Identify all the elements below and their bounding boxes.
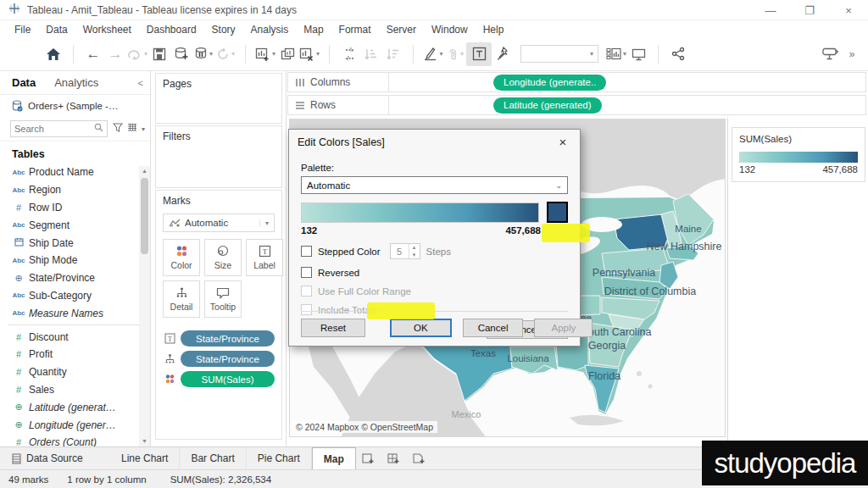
- field-longitude[interactable]: ⊕Longitude (gener…: [0, 416, 150, 434]
- tab-bar-chart[interactable]: Bar Chart: [180, 447, 246, 469]
- toolbar-overflow-icon[interactable]: »: [841, 42, 863, 66]
- fit-selector[interactable]: ▾: [520, 45, 598, 63]
- spin-up-icon[interactable]: ▲: [409, 244, 420, 252]
- datasource-item[interactable]: Orders+ (Sample -…: [0, 95, 150, 117]
- menu-story[interactable]: Story: [204, 24, 243, 36]
- menu-map[interactable]: Map: [296, 24, 331, 36]
- field-segment[interactable]: AbcSegment: [0, 216, 150, 234]
- field-discount[interactable]: #Discount: [0, 328, 150, 346]
- field-state-province[interactable]: ⊕State/Province: [0, 269, 150, 287]
- group-members-icon[interactable]: ▾: [444, 42, 466, 66]
- stepped-color-checkbox[interactable]: [301, 246, 312, 257]
- menu-worksheet[interactable]: Worksheet: [75, 24, 139, 36]
- field-ship-mode[interactable]: AbcShip Mode: [0, 252, 150, 269]
- field-orders-count[interactable]: #Orders (Count): [0, 434, 150, 446]
- close-button[interactable]: ×: [829, 0, 868, 20]
- reversed-checkbox[interactable]: [301, 267, 312, 278]
- menu-data[interactable]: Data: [38, 24, 75, 36]
- tab-map[interactable]: Map: [312, 447, 356, 469]
- tab-line-chart[interactable]: Line Chart: [110, 447, 180, 469]
- minimize-button[interactable]: —: [751, 0, 790, 20]
- show-mark-labels-icon[interactable]: [466, 42, 492, 66]
- steps-spinner[interactable]: 5 ▲▼: [390, 243, 420, 259]
- color-legend-card[interactable]: SUM(Sales) 132 457,688: [732, 127, 865, 182]
- save-icon[interactable]: [148, 42, 170, 66]
- menu-server[interactable]: Server: [379, 24, 424, 36]
- sort-ascending-icon[interactable]: [360, 42, 382, 66]
- fix-axes-pin-icon[interactable]: [492, 42, 514, 66]
- duplicate-sheet-icon[interactable]: [276, 42, 298, 66]
- menu-dashboard[interactable]: Dashboard: [139, 24, 204, 36]
- clear-sheet-icon[interactable]: ▾: [298, 42, 320, 66]
- mark-type-dropdown[interactable]: Automatic ▾: [163, 214, 275, 232]
- new-story-tab-icon[interactable]: [407, 447, 432, 469]
- back-icon[interactable]: ←: [82, 42, 104, 66]
- detail-button[interactable]: Detail: [163, 280, 200, 318]
- tab-data[interactable]: Data: [12, 76, 36, 89]
- pill-state-province-label[interactable]: State/Province: [181, 330, 275, 347]
- forward-icon[interactable]: →: [104, 42, 126, 66]
- show-hide-cards-icon[interactable]: ▾: [605, 42, 627, 66]
- view-options-icon[interactable]: [127, 123, 137, 135]
- filters-shelf[interactable]: Filters: [155, 125, 282, 188]
- color-button[interactable]: Color: [163, 239, 200, 276]
- refresh-icon[interactable]: ▾: [214, 42, 236, 66]
- pill-latitude[interactable]: Latitude (generated): [493, 97, 602, 114]
- scroll-down-icon[interactable]: ▼: [139, 436, 150, 446]
- swap-rows-columns-icon[interactable]: [338, 42, 360, 66]
- data-source-tab[interactable]: Data Source: [0, 447, 110, 469]
- field-product-name[interactable]: AbcProduct Name: [0, 164, 150, 181]
- ok-button[interactable]: OK: [390, 319, 452, 337]
- menu-format[interactable]: Format: [331, 24, 379, 36]
- menu-window[interactable]: Window: [424, 24, 476, 36]
- pill-longitude[interactable]: Longitude (generate..: [493, 75, 606, 91]
- menu-help[interactable]: Help: [476, 24, 512, 36]
- end-color-swatch[interactable]: [547, 202, 568, 223]
- tab-pie-chart[interactable]: Pie Chart: [247, 447, 312, 469]
- new-dashboard-tab-icon[interactable]: [381, 447, 407, 469]
- new-datasource-icon[interactable]: [170, 42, 192, 66]
- share-icon[interactable]: [667, 42, 689, 66]
- cancel-button[interactable]: Cancel: [463, 319, 524, 337]
- pages-shelf[interactable]: Pages: [155, 73, 282, 124]
- pill-sum-sales[interactable]: SUM(Sales): [181, 371, 275, 387]
- show-me-icon[interactable]: [819, 42, 841, 66]
- field-row-id[interactable]: #Row ID: [0, 199, 150, 217]
- highlight-pen-icon[interactable]: ▾: [422, 42, 444, 66]
- scrollbar-thumb[interactable]: [141, 178, 148, 254]
- home-icon[interactable]: [42, 42, 64, 66]
- search-input[interactable]: [14, 124, 81, 134]
- tab-analytics[interactable]: Analytics: [54, 76, 98, 89]
- field-sales[interactable]: #Sales: [0, 381, 150, 399]
- pill-state-province-detail[interactable]: State/Province: [181, 351, 275, 367]
- legend-gradient[interactable]: [739, 152, 858, 163]
- restore-button[interactable]: ❐: [790, 0, 829, 20]
- presentation-mode-icon[interactable]: [627, 42, 649, 66]
- size-button[interactable]: Size: [204, 239, 242, 276]
- sort-descending-icon[interactable]: [382, 42, 404, 66]
- dialog-close-icon[interactable]: ×: [554, 135, 571, 149]
- field-measure-names[interactable]: AbcMeasure Names: [0, 304, 150, 322]
- spin-down-icon[interactable]: ▼: [409, 252, 420, 259]
- redo-icon[interactable]: ▾: [126, 42, 148, 66]
- columns-shelf[interactable]: Columns Longitude (generate..: [287, 72, 866, 92]
- new-worksheet-tab-icon[interactable]: [356, 447, 381, 469]
- field-profit[interactable]: #Profit: [0, 346, 150, 363]
- menu-file[interactable]: File: [7, 24, 38, 36]
- filter-fields-icon[interactable]: [113, 123, 123, 135]
- color-gradient-bar[interactable]: [301, 202, 539, 223]
- field-sub-category[interactable]: AbcSub-Category: [0, 287, 150, 305]
- search-input-wrap[interactable]: [10, 120, 108, 137]
- view-options-caret-icon[interactable]: ▾: [142, 125, 145, 133]
- fields-scrollbar[interactable]: ▲ ▼: [139, 166, 150, 446]
- reset-button[interactable]: Reset: [301, 319, 365, 337]
- pause-updates-icon[interactable]: ▾: [192, 42, 214, 66]
- label-button[interactable]: T Label: [246, 239, 283, 276]
- new-worksheet-icon[interactable]: ▾: [254, 42, 276, 66]
- field-region[interactable]: AbcRegion: [0, 181, 150, 199]
- menu-analysis[interactable]: Analysis: [243, 24, 297, 36]
- field-quantity[interactable]: #Quantity: [0, 363, 150, 381]
- rows-shelf[interactable]: Rows Latitude (generated): [287, 95, 866, 115]
- collapse-pane-icon[interactable]: <: [138, 78, 143, 88]
- scroll-up-icon[interactable]: ▲: [139, 166, 150, 176]
